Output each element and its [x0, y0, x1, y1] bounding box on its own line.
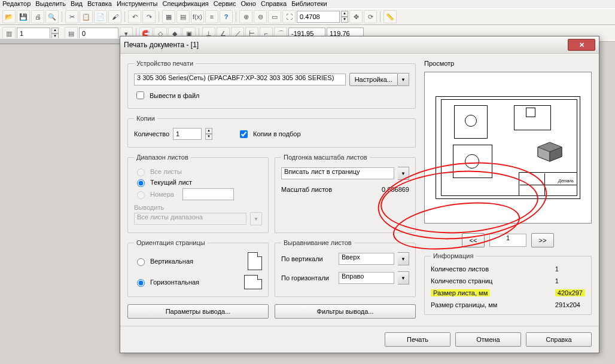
zoom-in-icon[interactable]: ⊕ [239, 10, 252, 23]
close-button[interactable]: ✕ [568, 39, 595, 51]
preview-label: Просмотр [424, 60, 592, 67]
cut-icon[interactable]: ✂ [65, 10, 78, 23]
qty-input[interactable] [173, 128, 202, 140]
info-sheets-value: 1 [555, 265, 585, 273]
chevron-down-icon: ▼ [250, 212, 262, 225]
output-select: Все листы диапазона [134, 213, 246, 225]
orientation-legend: Ориентация страницы [134, 239, 208, 246]
scale-value: 0.686869 [382, 186, 409, 193]
info-legend: Информация [431, 252, 476, 259]
save-icon[interactable]: 💾 [17, 10, 30, 23]
menu-tools[interactable]: Инструменты [117, 0, 158, 8]
undo-icon[interactable]: ↶ [128, 10, 141, 23]
isometric-icon [532, 139, 564, 166]
output-params-button[interactable]: Параметры вывода... [127, 304, 269, 319]
fit-group: Подгонка масштаба листов Вписать лист в … [275, 154, 416, 233]
align-group: Выравнивание листов По вертикали Вверх ▼… [275, 239, 416, 297]
dialog-titlebar[interactable]: Печать документа - [1] ✕ [120, 36, 599, 54]
chevron-down-icon[interactable]: ▼ [398, 73, 409, 86]
current-sheet-label: Текущий лист [150, 179, 192, 186]
move-icon[interactable]: ✥ [349, 10, 363, 23]
range-legend: Диапазон листов [134, 154, 191, 161]
current-sheet-radio[interactable] [137, 179, 145, 187]
portrait-radio[interactable] [137, 258, 145, 266]
paste-icon[interactable]: 📄 [94, 10, 107, 23]
cancel-button[interactable]: Отмена [455, 332, 521, 347]
help-button[interactable]: Справка [526, 332, 592, 347]
range-group: Диапазон листов Все листы Текущий лист Н… [127, 154, 269, 233]
menu-editor[interactable]: Редактор [2, 0, 31, 8]
page-number-input[interactable]: 1 [489, 234, 526, 247]
info-page-size-label: Размер страницы, мм [431, 301, 548, 308]
dialog-title: Печать документа - [1] [124, 41, 568, 49]
vars-icon[interactable]: ≡ [205, 10, 218, 23]
valign-label: По вертикали [281, 255, 335, 262]
chevron-down-icon[interactable]: ▼ [398, 167, 409, 180]
info-pages-label: Количество страниц [431, 277, 548, 285]
menu-select[interactable]: Выделить [35, 0, 66, 8]
prev-page-button[interactable]: << [462, 233, 485, 247]
menu-insert[interactable]: Вставка [87, 0, 112, 8]
menu-window[interactable]: Окно [240, 0, 256, 8]
field-2[interactable]: 0 [79, 27, 118, 39]
to-file-checkbox[interactable] [136, 91, 144, 99]
halign-label: По горизонтали [281, 274, 335, 282]
landscape-icon [244, 275, 262, 289]
preview-paper: Деталь [436, 96, 580, 199]
numbers-input [182, 188, 234, 200]
all-sheets-label: Все листы [150, 168, 182, 175]
field-1[interactable]: 1 [17, 27, 50, 39]
brush-icon[interactable]: 🖌 [108, 10, 121, 23]
open-icon[interactable]: 📂 [2, 10, 16, 23]
main-menu[interactable]: Редактор Выделить Вид Вставка Инструмент… [0, 0, 615, 8]
copies-legend: Копии [134, 115, 157, 122]
all-sheets-radio [137, 169, 145, 176]
printer-field[interactable]: 3 305 306 Series(Сеть) (EPACABF7:XP-302 … [134, 74, 346, 85]
chevron-down-icon[interactable]: ▼ [398, 271, 409, 285]
config-split-button[interactable]: Настройка... ▼ [349, 73, 409, 86]
menu-service[interactable]: Сервис [214, 0, 236, 8]
layers-icon[interactable]: ▤ [176, 10, 190, 23]
copy-icon[interactable]: 📋 [80, 10, 93, 23]
help-icon[interactable]: ? [220, 10, 233, 23]
zoom-spin[interactable]: ▲▼ [341, 11, 348, 23]
field-1-spin[interactable]: ▲▼ [51, 27, 59, 39]
zoom-area-icon[interactable]: ▭ [268, 10, 281, 23]
preview-pager: << 1 >> [424, 233, 592, 247]
copies-group: Копии Количество ▲▼ Копии в подбор [127, 115, 416, 148]
to-file-label: Вывести в файл [150, 92, 199, 99]
menu-spec[interactable]: Спецификация [163, 0, 209, 8]
redo-icon[interactable]: ↷ [142, 10, 156, 23]
grid-icon[interactable]: ▦ [162, 10, 175, 23]
chevron-down-icon[interactable]: ▼ [398, 252, 409, 265]
preview-icon[interactable]: 🔍 [45, 10, 59, 23]
landscape-radio[interactable] [137, 279, 145, 287]
print-dialog: Печать документа - [1] ✕ Устройство печа… [120, 36, 599, 353]
scale-label: Масштаб листов [281, 186, 332, 193]
menu-libs[interactable]: Библиотеки [291, 0, 327, 8]
zoom-out-icon[interactable]: ⊖ [254, 10, 267, 23]
info-sheets-label: Количество листов [431, 265, 548, 273]
fit-mode-select[interactable]: Вписать лист в страницу [281, 167, 394, 179]
fx-icon[interactable]: f(x) [191, 10, 204, 23]
numbers-label: Номера [150, 191, 174, 198]
zoom-field[interactable]: 0.4708 [297, 11, 340, 23]
print-icon[interactable]: 🖨 [31, 10, 44, 23]
dialog-footer: Печать Отмена Справка [120, 326, 599, 353]
print-button[interactable]: Печать [385, 332, 450, 347]
config-button[interactable]: Настройка... [349, 73, 398, 86]
menu-help[interactable]: Справка [261, 0, 287, 8]
menu-view[interactable]: Вид [71, 0, 83, 8]
valign-select[interactable]: Вверх [339, 253, 394, 265]
halign-select[interactable]: Вправо [339, 272, 394, 284]
zoom-fit-icon[interactable]: ⛶ [282, 10, 296, 23]
qty-label: Количество [134, 130, 169, 137]
doc-scrollbar[interactable] [0, 38, 120, 44]
qty-spin[interactable]: ▲▼ [205, 128, 212, 140]
ruler-icon[interactable]: 📏 [383, 10, 397, 23]
collate-checkbox[interactable] [240, 130, 248, 138]
next-page-button[interactable]: >> [531, 233, 554, 247]
info-group: Информация Количество листов 1 Количеств… [424, 252, 592, 315]
rotate-icon[interactable]: ⟳ [364, 10, 377, 23]
output-filters-button[interactable]: Фильтры вывода... [275, 304, 416, 319]
